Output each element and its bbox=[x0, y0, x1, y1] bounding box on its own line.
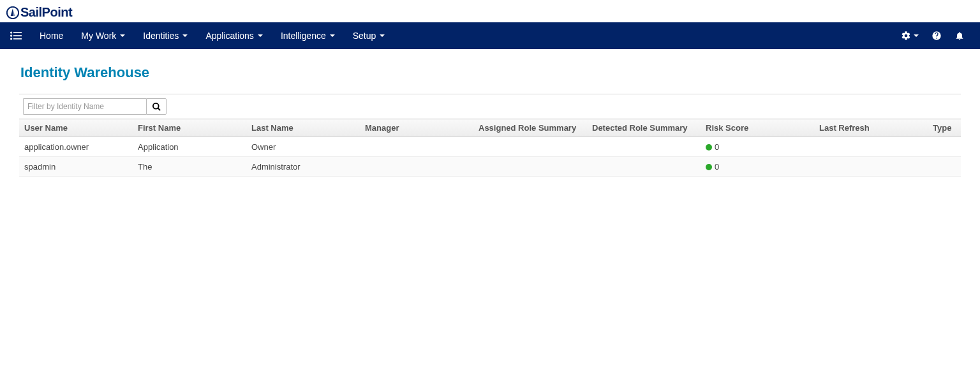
col-last-refresh[interactable]: Last Refresh bbox=[814, 119, 928, 137]
svg-point-3 bbox=[10, 34, 12, 36]
page-title: Identity Warehouse bbox=[20, 64, 961, 81]
cell-detected-role bbox=[587, 137, 701, 157]
svg-point-7 bbox=[152, 103, 158, 108]
cell-first-name: Application bbox=[133, 137, 246, 157]
search-icon bbox=[152, 102, 161, 112]
nav-label: Intelligence bbox=[281, 31, 326, 41]
nav-label: Identities bbox=[143, 31, 179, 41]
col-first-name[interactable]: First Name bbox=[133, 119, 246, 137]
col-user-name[interactable]: User Name bbox=[19, 119, 133, 137]
risk-value: 0 bbox=[715, 162, 719, 172]
gear-icon bbox=[901, 31, 911, 41]
col-manager[interactable]: Manager bbox=[360, 119, 473, 137]
sailpoint-logo-icon bbox=[6, 6, 19, 19]
cell-manager bbox=[360, 137, 473, 157]
chevron-down-icon bbox=[380, 34, 385, 37]
cell-assigned-role bbox=[473, 137, 587, 157]
cell-detected-role bbox=[587, 157, 701, 177]
nav-my-work[interactable]: My Work bbox=[72, 22, 134, 49]
nav-label: Applications bbox=[205, 31, 254, 41]
cell-type bbox=[928, 137, 961, 157]
bell-icon bbox=[954, 31, 965, 41]
brand-name: SailPoint bbox=[20, 5, 72, 20]
identity-table: User Name First Name Last Name Manager A… bbox=[19, 119, 961, 177]
settings-button[interactable] bbox=[895, 22, 925, 49]
col-detected-role[interactable]: Detected Role Summary bbox=[587, 119, 701, 137]
filter-by-name-input[interactable] bbox=[23, 98, 146, 115]
cell-assigned-role bbox=[473, 157, 587, 177]
help-button[interactable] bbox=[925, 22, 948, 49]
nav-label: My Work bbox=[81, 31, 116, 41]
cell-manager bbox=[360, 157, 473, 177]
cell-last-refresh bbox=[814, 137, 928, 157]
main-navbar: Home My Work Identities Applications Int… bbox=[0, 22, 980, 49]
cell-user-name: spadmin bbox=[19, 157, 133, 177]
chevron-down-icon bbox=[330, 34, 335, 37]
risk-value: 0 bbox=[715, 142, 719, 152]
nav-label: Home bbox=[40, 31, 63, 41]
chevron-down-icon bbox=[120, 34, 125, 37]
identity-panel: User Name First Name Last Name Manager A… bbox=[19, 94, 961, 177]
svg-rect-6 bbox=[13, 38, 22, 40]
svg-point-5 bbox=[10, 38, 12, 40]
chevron-down-icon bbox=[258, 34, 263, 37]
cell-risk-score: 0 bbox=[701, 137, 814, 157]
cell-user-name: application.owner bbox=[19, 137, 133, 157]
risk-indicator-icon bbox=[706, 164, 712, 170]
nav-setup[interactable]: Setup bbox=[344, 22, 394, 49]
table-row[interactable]: application.ownerApplicationOwner0 bbox=[19, 137, 961, 157]
risk-indicator-icon bbox=[706, 144, 712, 150]
brand-logo[interactable]: SailPoint bbox=[6, 5, 974, 20]
help-icon bbox=[932, 31, 942, 41]
table-row[interactable]: spadminTheAdministrator0 bbox=[19, 157, 961, 177]
nav-applications[interactable]: Applications bbox=[197, 22, 272, 49]
svg-rect-4 bbox=[13, 35, 22, 36]
svg-line-8 bbox=[158, 108, 160, 110]
col-assigned-role[interactable]: Assigned Role Summary bbox=[473, 119, 587, 137]
nav-intelligence[interactable]: Intelligence bbox=[272, 22, 344, 49]
chevron-down-icon bbox=[182, 34, 188, 37]
cell-first-name: The bbox=[133, 157, 246, 177]
search-button[interactable] bbox=[146, 98, 167, 115]
nav-label: Setup bbox=[353, 31, 376, 41]
col-risk-score[interactable]: Risk Score bbox=[701, 119, 814, 137]
nav-identities[interactable]: Identities bbox=[134, 22, 197, 49]
chevron-down-icon bbox=[914, 34, 919, 37]
cell-risk-score: 0 bbox=[701, 157, 814, 177]
col-type[interactable]: Type bbox=[928, 119, 961, 137]
cell-last-name: Administrator bbox=[246, 157, 360, 177]
nav-home[interactable]: Home bbox=[31, 22, 72, 49]
cell-type bbox=[928, 157, 961, 177]
menu-toggle-button[interactable] bbox=[6, 31, 26, 40]
notifications-button[interactable] bbox=[948, 22, 971, 49]
menu-icon bbox=[10, 31, 22, 40]
cell-last-refresh bbox=[814, 157, 928, 177]
col-last-name[interactable]: Last Name bbox=[246, 119, 360, 137]
svg-rect-2 bbox=[13, 32, 22, 33]
svg-point-1 bbox=[10, 31, 12, 33]
cell-last-name: Owner bbox=[246, 137, 360, 157]
